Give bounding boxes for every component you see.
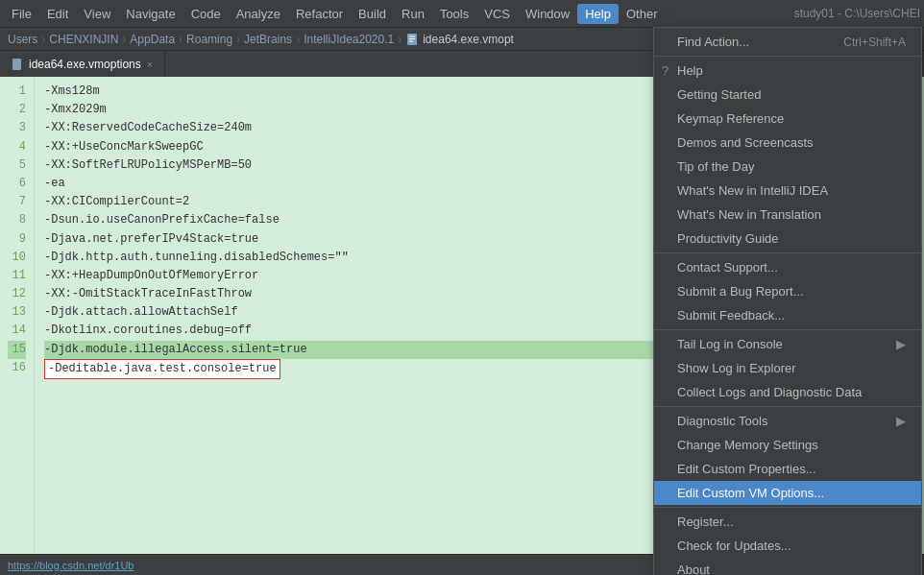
show-log-label: Show Log in Explorer xyxy=(677,361,796,375)
divider-1 xyxy=(654,56,921,57)
contact-support-label: Contact Support... xyxy=(677,260,778,275)
find-action-label: Find Action... xyxy=(677,35,749,49)
submit-bug-label: Submit a Bug Report... xyxy=(677,284,804,299)
menu-whats-new-translation[interactable]: What's New in Translation xyxy=(654,203,921,227)
menu-contact-support[interactable]: Contact Support... xyxy=(654,255,921,279)
edit-custom-vm-label: Edit Custom VM Options... xyxy=(677,486,824,500)
check-updates-label: Check for Updates... xyxy=(677,539,791,553)
menu-tail-log[interactable]: Tail Log in Console ▶ xyxy=(654,332,921,356)
menu-change-memory[interactable]: Change Memory Settings xyxy=(654,433,921,457)
help-question-icon: ? xyxy=(662,63,669,78)
menu-tip-of-day[interactable]: Tip of the Day xyxy=(654,155,921,179)
menu-find-action[interactable]: Find Action... Ctrl+Shift+A xyxy=(654,30,921,54)
menu-help[interactable]: ? Help xyxy=(654,59,921,83)
getting-started-label: Getting Started xyxy=(677,87,761,102)
tail-log-arrow-icon: ▶ xyxy=(896,337,906,351)
whats-new-intellij-label: What's New in IntelliJ IDEA xyxy=(677,183,828,198)
tip-of-day-label: Tip of the Day xyxy=(677,159,754,174)
diagnostic-tools-arrow-icon: ▶ xyxy=(896,414,906,428)
help-label: Help xyxy=(677,63,703,78)
menu-submit-feedback[interactable]: Submit Feedback... xyxy=(654,303,921,327)
divider-3 xyxy=(654,329,921,330)
divider-4 xyxy=(654,406,921,407)
menu-about[interactable]: About xyxy=(654,558,921,575)
menu-edit-custom-props[interactable]: Edit Custom Properties... xyxy=(654,457,921,481)
tail-log-label: Tail Log in Console xyxy=(677,337,783,351)
demos-screencasts-label: Demos and Screencasts xyxy=(677,135,814,150)
menu-keymap-reference[interactable]: Keymap Reference xyxy=(654,107,921,131)
menu-register[interactable]: Register... xyxy=(654,510,921,534)
productivity-guide-label: Productivity Guide xyxy=(677,231,779,246)
menu-submit-bug[interactable]: Submit a Bug Report... xyxy=(654,279,921,303)
whats-new-translation-label: What's New in Translation xyxy=(677,207,821,222)
collect-logs-label: Collect Logs and Diagnostic Data xyxy=(677,385,862,399)
menu-collect-logs[interactable]: Collect Logs and Diagnostic Data xyxy=(654,380,921,404)
menu-demos-screencasts[interactable]: Demos and Screencasts xyxy=(654,131,921,155)
help-dropdown-menu: Find Action... Ctrl+Shift+A ? Help Getti… xyxy=(653,27,922,575)
find-action-shortcut: Ctrl+Shift+A xyxy=(843,36,906,49)
change-memory-label: Change Memory Settings xyxy=(677,438,818,452)
diagnostic-tools-label: Diagnostic Tools xyxy=(677,414,767,428)
menu-check-updates[interactable]: Check for Updates... xyxy=(654,534,921,558)
submit-feedback-label: Submit Feedback... xyxy=(677,308,785,323)
about-label: About xyxy=(677,563,710,575)
menu-whats-new-intellij[interactable]: What's New in IntelliJ IDEA xyxy=(654,179,921,203)
menu-edit-custom-vm[interactable]: Edit Custom VM Options... xyxy=(654,481,921,505)
menu-productivity-guide[interactable]: Productivity Guide xyxy=(654,227,921,251)
edit-custom-props-label: Edit Custom Properties... xyxy=(677,462,816,476)
register-label: Register... xyxy=(677,515,734,529)
keymap-reference-label: Keymap Reference xyxy=(677,111,784,126)
menu-getting-started[interactable]: Getting Started xyxy=(654,83,921,107)
divider-2 xyxy=(654,252,921,253)
menu-show-log[interactable]: Show Log in Explorer xyxy=(654,356,921,380)
menu-diagnostic-tools[interactable]: Diagnostic Tools ▶ xyxy=(654,409,921,433)
divider-5 xyxy=(654,507,921,508)
dropdown-overlay: Find Action... Ctrl+Shift+A ? Help Getti… xyxy=(0,0,924,575)
